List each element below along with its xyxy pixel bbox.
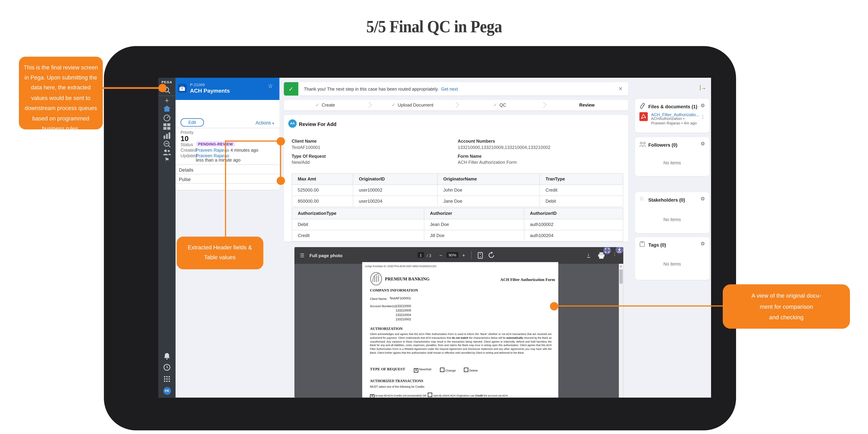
toolbar-divider bbox=[471, 251, 472, 259]
col-header: OriginatorID bbox=[353, 173, 437, 184]
callout-right-line: and checking bbox=[723, 312, 850, 323]
create-case-icon[interactable]: + bbox=[158, 97, 176, 104]
docusign-envelope-id: cuSign Envelope ID: 2D0E7F5A-8C06-4A97-A… bbox=[365, 265, 436, 268]
slide: 5/5 Final QC in Pega PEGA + bbox=[0, 0, 868, 434]
col-header: Authorizer bbox=[424, 208, 524, 219]
case-header: P-21009 ACH Payments ☆ bbox=[176, 78, 279, 100]
edit-button[interactable]: Edit bbox=[181, 118, 204, 126]
followers-empty: No items bbox=[635, 160, 710, 165]
people-icon[interactable] bbox=[163, 149, 171, 156]
pdf-scrollbar[interactable]: ▲ bbox=[619, 264, 623, 398]
field-value: New/Add bbox=[292, 160, 310, 165]
zoom-out-icon[interactable]: − bbox=[439, 252, 442, 258]
scroll-up-icon[interactable]: ▲ bbox=[619, 264, 623, 269]
reports-barchart-icon[interactable] bbox=[163, 132, 170, 138]
dashboard-gauge-icon[interactable] bbox=[163, 114, 170, 122]
close-icon[interactable]: ✕ bbox=[618, 86, 623, 92]
tags-empty: No items bbox=[635, 261, 710, 266]
details-link[interactable]: Details bbox=[179, 167, 193, 172]
stage-create[interactable]: ✓ Create bbox=[284, 102, 367, 107]
gear-icon[interactable]: ⚙ bbox=[701, 196, 705, 201]
form-title: ACH Filter Authorization Form bbox=[500, 278, 555, 282]
kebab-menu-icon[interactable]: ⋮ bbox=[701, 114, 705, 119]
field-label: Account Numbers bbox=[458, 138, 495, 143]
attachment-link[interactable]: ACH_Filter_Authorizatio... bbox=[651, 112, 699, 117]
col-header: OriginatorName bbox=[437, 173, 540, 184]
callout-left: This is the final review screen in Pega.… bbox=[19, 57, 103, 129]
insights-search-icon[interactable] bbox=[163, 140, 171, 148]
success-check-icon: ✓ bbox=[284, 82, 298, 95]
stakeholders-knight-icon: ♘ bbox=[639, 196, 644, 201]
get-next-link[interactable]: Get next bbox=[441, 87, 458, 92]
col-header: AuthorizerID bbox=[524, 208, 623, 219]
sidebar-divider bbox=[158, 95, 176, 96]
type-of-request-heading: TYPE OF REQUEST bbox=[370, 367, 405, 371]
zoom-in-icon[interactable]: + bbox=[462, 252, 465, 258]
fit-page-icon[interactable] bbox=[478, 252, 483, 259]
gear-icon[interactable]: ⚙ bbox=[701, 102, 705, 108]
checkbox-checked-icon: X bbox=[370, 394, 374, 398]
menu-hamburger-icon[interactable]: ☰ bbox=[300, 253, 305, 258]
page-title: 5/5 Final QC in Pega bbox=[35, 16, 833, 37]
workspaces-grid-icon[interactable] bbox=[163, 123, 170, 130]
checkbox-checked-icon: X bbox=[414, 368, 418, 373]
must-select-line: MUST select one of the following for Cre… bbox=[370, 385, 425, 388]
actions-dropdown[interactable]: Actions ▾ bbox=[255, 120, 274, 125]
followers-title: Followers (0) bbox=[648, 142, 677, 147]
stage-review[interactable]: Review bbox=[546, 102, 628, 107]
pdf-toolbar: ☰ Full page photo 1 / 3 − 90% + ↓ bbox=[294, 247, 623, 264]
flag-icon[interactable]: ⚑ bbox=[158, 157, 176, 163]
briefcase-icon bbox=[180, 86, 185, 91]
stage-qc[interactable]: ✓ QC bbox=[458, 102, 541, 107]
expand-extension-button[interactable] bbox=[603, 247, 611, 255]
table-header-row: Max Amt OriginatorID OriginatorName Tran… bbox=[292, 173, 623, 184]
table-row[interactable]: 850000.00 user100204 Jane Doe Debit bbox=[292, 195, 623, 206]
stakeholders-card: ♘ Stakeholders (0) ⚙ No items bbox=[635, 192, 710, 233]
table-row[interactable]: 525000.00 user100002 John Doe Credit bbox=[292, 184, 623, 195]
user-avatar[interactable]: PR bbox=[163, 387, 171, 395]
field-label: Form Name bbox=[458, 154, 482, 159]
table-row[interactable]: Credit Jill Doe auth100204 bbox=[292, 230, 623, 241]
connector-line-fields-v bbox=[225, 140, 226, 237]
table-row[interactable]: Debit Jean Doe auth100002 bbox=[292, 219, 623, 230]
scrollbar-thumb[interactable] bbox=[619, 269, 623, 284]
created-by-link[interactable]: Praveen Rajarao bbox=[196, 148, 229, 153]
app-switcher-grid-icon[interactable] bbox=[164, 376, 170, 382]
recents-clock-icon[interactable] bbox=[163, 364, 170, 371]
case-panel: Edit Actions ▾ Priority 10 Status PENDIN… bbox=[176, 100, 279, 190]
stage-upload-document[interactable]: ✓ Upload Document bbox=[371, 102, 454, 107]
doc-account-4: 133210002 bbox=[396, 318, 411, 321]
collapse-panel-icon[interactable]: → bbox=[700, 85, 706, 91]
updated-label: Updated bbox=[181, 153, 197, 158]
case-id: P-21009 bbox=[190, 82, 205, 86]
type-option-new-add: X New/Add bbox=[414, 368, 431, 373]
stage-check-icon: ✓ bbox=[392, 102, 395, 107]
notifications-bell-icon[interactable] bbox=[163, 353, 170, 360]
case-title: ACH Payments bbox=[190, 88, 230, 94]
pdf-page: cuSign Envelope ID: 2D0E7F5A-8C06-4A97-A… bbox=[362, 262, 558, 398]
col-header: AuthorizationType bbox=[292, 208, 424, 219]
page-number-input[interactable]: 1 bbox=[418, 252, 424, 258]
checkbox-icon bbox=[464, 368, 468, 372]
updated-when: less than a minute ago bbox=[196, 158, 241, 163]
case-stages-bar: ✓ Create ✓ Upload Document ✓ QC Review bbox=[284, 100, 628, 110]
updated-by-link[interactable]: Praveen Rajarao bbox=[196, 153, 229, 158]
authorization-heading: AUTHORIZATION bbox=[370, 327, 403, 330]
pulse-link[interactable]: Pulse bbox=[179, 176, 191, 182]
rotate-icon[interactable] bbox=[488, 252, 495, 259]
gear-icon[interactable]: ⚙ bbox=[701, 241, 705, 246]
home-icon[interactable] bbox=[163, 105, 170, 111]
zoom-level[interactable]: 90% bbox=[447, 252, 458, 258]
attachment-meta: Praveen Rajarao • 4m ago bbox=[651, 121, 696, 125]
favorite-star-icon[interactable]: ☆ bbox=[268, 82, 273, 89]
print-icon[interactable] bbox=[598, 252, 605, 259]
field-value: ACH Filter Authorization Form bbox=[458, 160, 517, 165]
originators-table: Max Amt OriginatorID OriginatorName Tran… bbox=[292, 173, 623, 207]
download-extension-button[interactable] bbox=[616, 247, 623, 254]
gear-icon[interactable]: ⚙ bbox=[701, 141, 705, 146]
download-icon[interactable]: ↓ bbox=[587, 252, 590, 258]
field-label: Type Of Request bbox=[292, 154, 326, 159]
divider bbox=[176, 128, 279, 128]
checkbox-icon bbox=[440, 368, 444, 372]
doc-account-label: Account Number(s): bbox=[370, 304, 397, 308]
